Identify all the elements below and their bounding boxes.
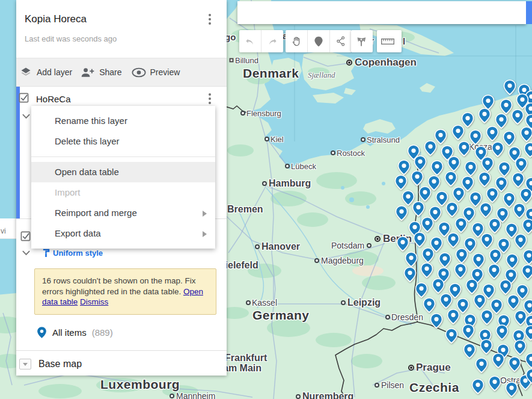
draw-line-button[interactable] bbox=[329, 30, 352, 52]
all-items-label: All items bbox=[52, 327, 87, 338]
add-layer-icon bbox=[19, 66, 32, 78]
measure-button[interactable] bbox=[377, 30, 399, 52]
layer2-checkbox-checked[interactable] bbox=[20, 231, 31, 241]
preview-label: Preview bbox=[150, 67, 180, 77]
draw-toolbar bbox=[286, 30, 352, 52]
menu-item-import: Import bbox=[31, 182, 215, 203]
uniform-style-link[interactable]: Uniform style bbox=[42, 249, 103, 258]
draw-line-icon bbox=[335, 36, 347, 47]
style-roller-icon bbox=[42, 249, 50, 258]
menu-item-delete-layer[interactable]: Delete this layer bbox=[31, 131, 215, 152]
search-bar-blue-button-edge[interactable] bbox=[526, 1, 532, 24]
ruler-icon bbox=[381, 36, 395, 47]
rows-warning-box: 16 rows couldn't be shown on the map. Fi… bbox=[34, 268, 216, 315]
preview-button[interactable]: Preview bbox=[132, 67, 180, 78]
redo-button[interactable] bbox=[261, 30, 283, 52]
measure-toolbar bbox=[377, 30, 402, 52]
all-items-count: (889) bbox=[92, 327, 113, 338]
share-label: Share bbox=[99, 67, 121, 77]
all-items-row[interactable]: All items (889) bbox=[37, 326, 113, 339]
menu-item-open-data-table[interactable]: Open data table bbox=[31, 162, 215, 182]
share-person-icon bbox=[81, 67, 95, 78]
menu-item-label: Export data bbox=[55, 228, 101, 238]
collapse-chevron-icon[interactable] bbox=[22, 113, 31, 119]
hand-icon bbox=[291, 36, 302, 47]
base-map-row[interactable]: Base map bbox=[16, 350, 227, 377]
add-marker-button[interactable] bbox=[307, 30, 329, 52]
undo-button[interactable] bbox=[239, 30, 261, 52]
menu-item-rename-layer[interactable]: Rename this layer bbox=[31, 111, 215, 131]
sidebar-header: Kopia Horeca Last edit was seconds ago bbox=[16, 0, 227, 58]
layer-checkbox-checked[interactable] bbox=[19, 93, 29, 103]
redo-icon bbox=[266, 36, 278, 48]
map-options-kebab-button[interactable] bbox=[203, 12, 217, 26]
menu-item-reimport-merge[interactable]: Reimport and merge bbox=[31, 203, 215, 223]
pan-hand-button[interactable] bbox=[286, 30, 307, 52]
warning-dismiss-link[interactable]: Dismiss bbox=[80, 297, 108, 306]
menu-separator bbox=[31, 156, 215, 157]
map-search-bar[interactable] bbox=[237, 1, 526, 24]
base-map-label: Base map bbox=[38, 359, 82, 370]
all-items-pin-icon bbox=[37, 326, 47, 339]
submenu-arrow-icon bbox=[203, 231, 207, 237]
submenu-arrow-icon bbox=[203, 211, 207, 217]
layer-options-menu: Rename this layer Delete this layer Open… bbox=[31, 106, 215, 249]
add-marker-icon bbox=[314, 36, 323, 47]
base-map-dropdown-icon[interactable] bbox=[19, 359, 31, 370]
menu-item-export-data[interactable]: Export data bbox=[31, 223, 215, 244]
undo-icon bbox=[244, 36, 256, 48]
share-button[interactable]: Share bbox=[81, 67, 121, 78]
undo-redo-toolbar bbox=[239, 30, 283, 52]
directions-toolbar bbox=[351, 30, 373, 52]
map-title[interactable]: Kopia Horeca bbox=[25, 13, 87, 25]
preview-eye-icon bbox=[132, 67, 146, 78]
left-edge-band: vi bbox=[0, 218, 16, 239]
layer-options-kebab-button[interactable] bbox=[203, 91, 217, 106]
add-directions-button[interactable] bbox=[351, 30, 373, 52]
add-layer-button[interactable]: Add layer bbox=[19, 66, 72, 78]
layer-name: HoReCa bbox=[36, 94, 71, 104]
collapse-chevron-icon[interactable] bbox=[22, 250, 31, 256]
last-edit-status: Last edit was seconds ago bbox=[25, 34, 117, 43]
my-maps-window: BillundDenmarkSjællandCopenhagenFlensbur… bbox=[0, 0, 532, 399]
sidebar-action-bar: Add layer Share Preview bbox=[16, 58, 227, 87]
directions-icon bbox=[356, 36, 368, 48]
add-layer-label: Add layer bbox=[37, 67, 72, 77]
warning-text: 16 rows couldn't be shown on the map. Fi… bbox=[42, 276, 195, 296]
menu-item-label: Reimport and merge bbox=[55, 208, 137, 218]
left-band-text-fragment: vi bbox=[1, 227, 6, 235]
uniform-style-label: Uniform style bbox=[53, 249, 103, 258]
